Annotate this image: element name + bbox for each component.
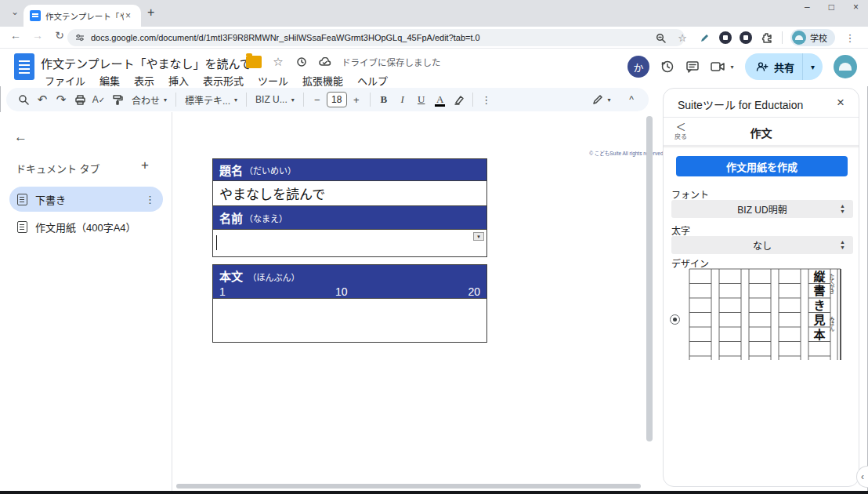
extension-d-icon[interactable] — [719, 31, 732, 44]
paint-format-icon[interactable] — [108, 90, 127, 109]
table-header-title[interactable]: 題名 （だいめい） — [213, 159, 486, 180]
minimize-button[interactable]: – — [805, 2, 810, 13]
document-title[interactable]: 作文テンプレート「やまなし」を読んで — [41, 55, 251, 71]
extension-a-icon[interactable] — [740, 31, 752, 44]
account-avatar[interactable] — [834, 55, 857, 78]
editing-mode-select[interactable]: ▾ — [592, 90, 611, 109]
highlight-color-icon[interactable] — [450, 90, 468, 109]
menu-format[interactable]: 表示形式 — [197, 72, 249, 89]
table-header-body[interactable]: 本文 （ほんぶん） 1 10 20 — [213, 265, 486, 298]
menu-file[interactable]: ファイル — [39, 72, 91, 89]
move-folder-icon[interactable] — [246, 56, 262, 68]
tab-strip: ⌄ 作文テンプレート「やまなし」を読んで × + – □ × — [0, 0, 868, 27]
cell-dropdown-icon[interactable]: ▼ — [473, 232, 484, 241]
text-cursor — [216, 235, 217, 250]
browser-menu-icon[interactable]: ⋮ — [843, 31, 857, 45]
new-tab-button[interactable]: + — [147, 5, 154, 20]
tab-close-icon[interactable]: × — [125, 10, 131, 21]
profile-avatar — [792, 31, 806, 45]
font-family-select[interactable]: BIZ U...▾ — [251, 90, 299, 109]
add-tab-button[interactable]: + — [141, 158, 149, 173]
profile-label: 学校 — [810, 31, 827, 44]
addon-side-panel: Suiteツール for Eductaion × ＜ 戻る 作文 作文用紙を作成… — [663, 88, 859, 487]
menu-help[interactable]: ヘルプ — [352, 72, 393, 89]
doc-tab-icon — [17, 194, 27, 205]
select-arrows-icon: ▲▼ — [840, 239, 845, 250]
share-dropdown-icon[interactable]: ▾ — [802, 53, 823, 80]
extensions-puzzle-icon[interactable] — [760, 31, 774, 45]
back-button[interactable]: ← — [6, 29, 25, 42]
table-cell-body-value[interactable] — [213, 298, 486, 342]
browser-tab[interactable]: 作文テンプレート「やまなし」を読んで × — [24, 5, 141, 27]
version-history-icon[interactable] — [660, 60, 675, 74]
video-dropdown-icon[interactable]: ▾ — [730, 64, 733, 71]
menu-insert[interactable]: 挿入 — [163, 72, 194, 89]
table-cell-name-value[interactable]: ▼ — [213, 229, 486, 256]
spellcheck-icon[interactable]: A✓ — [89, 90, 108, 109]
increase-font-icon[interactable]: + — [347, 90, 366, 109]
menu-view[interactable]: 表示 — [128, 72, 160, 89]
italic-icon[interactable]: I — [393, 90, 412, 109]
cloud-saved-icon[interactable] — [318, 55, 332, 69]
create-paper-button[interactable]: 作文用紙を作成 — [676, 156, 848, 176]
side-panel-collapse-button[interactable]: ‹ — [856, 466, 868, 488]
sidebar-item-draft[interactable]: 下書き ⋮ — [9, 187, 163, 212]
comments-icon[interactable] — [685, 60, 700, 74]
hide-menus-icon[interactable]: ^ — [622, 90, 641, 109]
print-icon[interactable] — [71, 90, 89, 109]
table-header-name[interactable]: 名前 （なまえ） — [213, 206, 486, 229]
decrease-font-icon[interactable]: − — [308, 90, 327, 109]
video-call-icon[interactable]: ▾ — [711, 60, 734, 74]
share-button[interactable]: 共有 ▾ — [745, 53, 823, 80]
share-person-icon — [756, 61, 769, 72]
preview-furigana-top: たてがき — [829, 274, 834, 295]
paragraph-style-select[interactable]: 標準テキ...▾ — [180, 90, 242, 109]
search-menus-icon[interactable] — [14, 90, 33, 109]
bold-icon[interactable]: B — [374, 90, 393, 109]
undo-icon[interactable]: ↶ — [33, 90, 52, 109]
underline-icon[interactable]: U — [412, 90, 431, 109]
docs-logo-icon[interactable] — [14, 53, 34, 80]
panel-title: Suiteツール for Eductaion — [678, 96, 803, 112]
doc-table-top[interactable]: 題名 （だいめい） やまなしを読んで 名前 （なまえ） ▼ — [212, 158, 487, 257]
zoom-page-icon[interactable] — [653, 31, 667, 45]
maximize-button[interactable]: □ — [829, 2, 834, 13]
doc-table-body[interactable]: 本文 （ほんぶん） 1 10 20 — [212, 264, 487, 343]
text-color-icon[interactable]: A — [431, 90, 450, 109]
design-radio-selected[interactable] — [670, 314, 680, 325]
document-horizontal-scrollbar[interactable] — [176, 484, 641, 489]
star-document-icon[interactable]: ☆ — [271, 55, 285, 69]
document-vertical-scrollbar[interactable] — [646, 116, 653, 445]
profile-chip[interactable]: 学校 — [790, 29, 835, 46]
zoom-select[interactable]: 合わせ▾ — [127, 90, 172, 109]
bookmark-star-icon[interactable]: ☆ — [675, 31, 689, 45]
collaborator-badge[interactable]: か — [627, 56, 649, 78]
tab-search-icon[interactable]: ⌄ — [8, 6, 22, 17]
panel-font-select[interactable]: BIZ UD明朝 ▲▼ — [671, 200, 853, 218]
panel-bold-select[interactable]: なし ▲▼ — [671, 236, 853, 254]
window-close-button[interactable]: × — [853, 2, 859, 13]
menu-edit[interactable]: 編集 — [94, 72, 125, 89]
panel-close-icon[interactable]: × — [837, 95, 844, 111]
save-status: ドライブに保存しました — [342, 56, 441, 68]
docs-header: 作文テンプレート「やまなし」を読んで ☆ ドライブに保存しました ファイル 編集… — [0, 49, 868, 86]
sidebar-back-icon[interactable]: ← — [14, 129, 27, 145]
menu-extensions[interactable]: 拡張機能 — [297, 72, 349, 89]
redo-icon[interactable]: ↷ — [52, 90, 71, 109]
reload-button[interactable]: ↻ — [50, 29, 69, 42]
tab-options-icon[interactable]: ⋮ — [145, 194, 155, 205]
vertical-writing-preview[interactable]: 縦 書 き 見 本 たてがき みほん — [687, 267, 844, 360]
select-arrows-icon: ▲▼ — [840, 203, 845, 214]
preview-char: 見 — [812, 313, 825, 326]
address-bar[interactable]: docs.google.com/document/d/1mtI3F9R8RMWN… — [67, 29, 685, 46]
site-settings-icon[interactable] — [75, 33, 85, 42]
table-cell-title-value[interactable]: やまなしを読んで — [213, 180, 486, 206]
menu-tools[interactable]: ツール — [252, 72, 294, 89]
extension-pencil-icon[interactable] — [697, 31, 711, 45]
sidebar-item-paper[interactable]: 作文用紙（400字A4） — [9, 214, 163, 239]
share-label: 共有 — [774, 60, 794, 74]
forward-button[interactable]: → — [28, 29, 47, 42]
toolbar-more-icon[interactable]: ⋮ — [477, 90, 496, 109]
font-size-input[interactable]: 18 — [327, 92, 347, 107]
document-status-icon[interactable] — [295, 55, 309, 69]
